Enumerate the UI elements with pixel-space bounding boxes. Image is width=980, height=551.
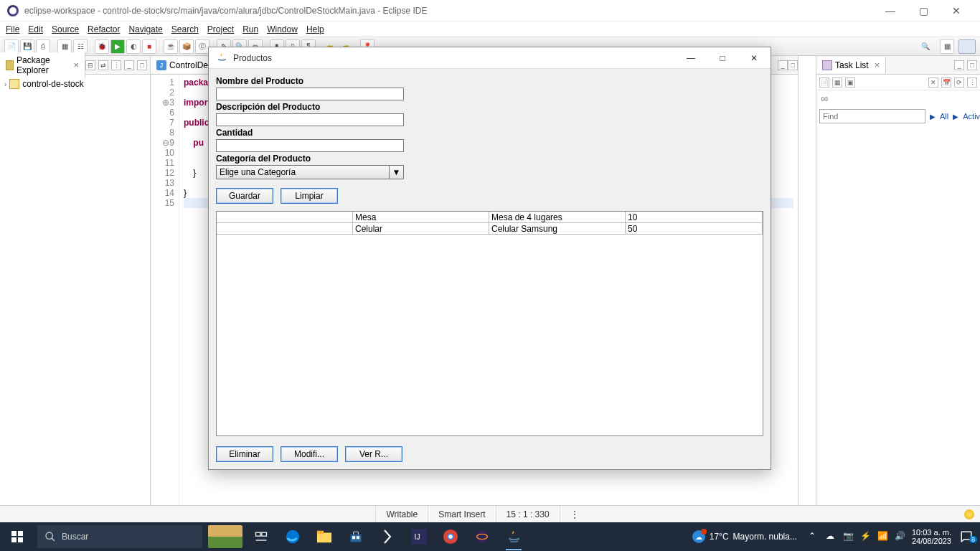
focus-icon[interactable]: ▣ [845,77,855,88]
tray-chevron-icon[interactable]: ⌃ [809,531,820,542]
menu-help[interactable]: Help [306,24,324,34]
modificar-button[interactable]: Modifi... [281,446,338,462]
menu-edit[interactable]: Edit [28,24,43,34]
guardar-button[interactable]: Guardar [216,188,273,204]
new-button[interactable]: 📄 [4,39,19,54]
task-find-input[interactable] [819,109,925,123]
activate-link[interactable]: Activate... [963,112,980,121]
maximize-view-icon[interactable]: □ [137,60,147,70]
cell-cantidad[interactable]: 10 [626,212,763,222]
notifications-button[interactable]: 8 [957,530,976,543]
battery-icon[interactable]: ⚡ [860,531,872,542]
dialog-titlebar[interactable]: Productos — □ ✕ [209,47,771,69]
start-button[interactable] [0,522,34,551]
menu-file[interactable]: File [6,24,19,34]
run-button[interactable]: ▶ [110,39,125,54]
categorize-icon[interactable]: ▦ [832,77,842,88]
menu-refactor[interactable]: Refactor [88,24,120,34]
dialog-minimize-button[interactable]: — [674,47,707,69]
view-menu-icon[interactable]: ⋮ [111,60,121,70]
java-taskbar-icon[interactable] [504,527,524,547]
minimize-view-icon[interactable]: _ [124,60,134,70]
descripcion-input[interactable] [216,113,404,126]
search-icon[interactable]: 🔍 [918,39,933,54]
new-package-button[interactable]: 📦 [179,39,194,54]
table-row[interactable]: Celular Celular Samsung 50 [217,223,763,235]
store-icon[interactable] [346,527,366,547]
menu-navigate[interactable]: Navigate [128,24,162,34]
new-java-button[interactable]: ☕ [164,39,178,54]
task-list-tab[interactable]: Task List × [816,57,886,73]
cell-cantidad[interactable]: 50 [626,223,763,234]
new-task-icon[interactable]: 📄 [819,77,829,88]
dialog-close-button[interactable]: ✕ [738,47,771,69]
menu-window[interactable]: Window [267,24,298,34]
table-row[interactable]: Mesa Mesa de 4 lugares 10 [217,212,763,223]
onedrive-icon[interactable]: ☁ [826,531,837,542]
menu-run[interactable]: Run [242,24,258,34]
os-close-button[interactable]: ✕ [940,0,973,22]
edge-icon[interactable] [283,527,303,547]
volume-icon[interactable]: 🔊 [895,531,906,542]
menu-source[interactable]: Source [52,24,79,34]
editor-maximize-icon[interactable]: □ [788,60,798,70]
task-view-icon[interactable] [251,527,271,547]
tip-icon[interactable] [964,509,974,519]
clock[interactable]: 10:03 a. m. 24/08/2023 [912,528,951,545]
close-icon[interactable]: × [73,60,79,70]
collapse-all-icon[interactable]: ⊟ [85,60,95,70]
taskbar-search[interactable]: Buscar [37,525,202,548]
cell-id[interactable] [217,223,353,234]
categoria-combobox[interactable]: Elige una Categoría ▼ [216,165,404,179]
eliminar-button[interactable]: Eliminar [216,446,273,462]
chrome-icon[interactable] [440,527,461,547]
package-explorer-tree[interactable]: › control-de-stock [0,75,150,505]
weather-widget[interactable]: ☁ 17°C Mayorm. nubla... [692,530,797,543]
cell-descripcion[interactable]: Mesa de 4 lugares [489,212,626,222]
coverage-button[interactable]: ◐ [126,39,141,54]
all-link[interactable]: All [940,112,948,121]
productos-table[interactable]: Mesa Mesa de 4 lugares 10 Celular Celula… [216,211,763,436]
expand-arrow-icon[interactable]: › [4,80,6,88]
nombre-input[interactable] [216,88,404,100]
save-button[interactable]: 💾 [20,39,34,54]
os-maximize-button[interactable]: ▢ [907,0,940,22]
desktops-button[interactable] [208,525,242,548]
sync-icon[interactable]: ⟳ [954,77,964,88]
ver-reporte-button[interactable]: Ver R... [345,446,402,462]
menu-search[interactable]: Search [171,24,199,34]
cell-nombre[interactable]: Mesa [353,212,489,222]
collapse-icon[interactable]: ✕ [928,77,938,88]
link-editor-icon[interactable]: ⇄ [98,60,108,70]
cell-descripcion[interactable]: Celular Samsung [489,223,626,234]
run-last-button[interactable]: ■ [142,39,156,54]
toggle-button[interactable]: ☷ [73,39,88,54]
open-perspective-button[interactable]: ▦ [940,39,954,54]
status-menu[interactable]: ⋮ [560,506,589,522]
intellij-icon[interactable]: IJ [409,527,429,547]
menu-project[interactable]: Project [207,24,234,34]
eclipse-taskbar-icon[interactable] [472,527,492,547]
editor-minimize-icon[interactable]: _ [778,60,788,70]
schedule-icon[interactable]: 📅 [941,77,951,88]
debug-button[interactable]: 🐞 [95,39,109,54]
meet-now-icon[interactable]: 📷 [843,531,854,542]
cell-id[interactable] [217,212,353,222]
os-minimize-button[interactable]: — [874,0,907,22]
editor-tab[interactable]: J ControlDe [151,57,215,73]
wifi-icon[interactable]: 📶 [877,531,889,542]
tree-item-project[interactable]: › control-de-stock [4,79,146,89]
view-menu-icon[interactable]: ⋮ [967,77,977,88]
dialog-maximize-button[interactable]: □ [706,47,739,69]
open-type-button[interactable]: ▦ [57,39,72,54]
explorer-icon[interactable] [314,527,334,547]
java-perspective-button[interactable] [958,39,976,54]
cell-nombre[interactable]: Celular [353,223,489,234]
new-class-button[interactable]: Ⓒ [195,39,209,54]
limpiar-button[interactable]: Limpiar [281,188,338,204]
cantidad-input[interactable] [216,139,404,152]
close-icon[interactable]: × [875,60,880,70]
minimize-view-icon[interactable]: _ [954,60,964,70]
maximize-view-icon[interactable]: □ [967,60,977,70]
app-icon[interactable] [377,527,397,547]
